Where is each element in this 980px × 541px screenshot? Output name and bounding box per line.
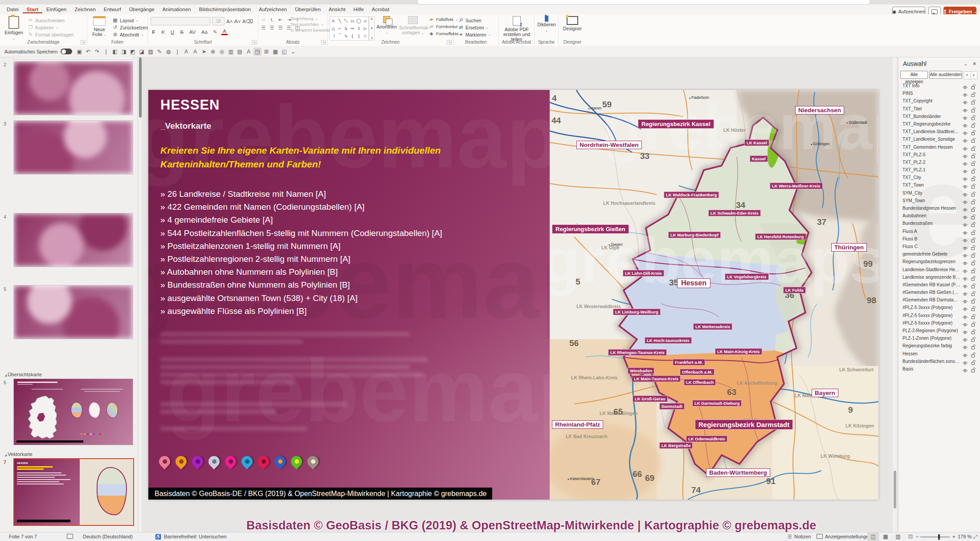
copy-button[interactable]: ❐Kopieren <box>28 24 74 30</box>
layout-button[interactable]: ▦Layout <box>112 17 148 23</box>
font-name-input[interactable] <box>151 17 210 25</box>
notes-toggle[interactable]: Notizen <box>794 534 811 539</box>
slide-thumbnail-6[interactable] <box>13 378 133 445</box>
grow-font-button[interactable]: A˄ <box>226 19 233 24</box>
align-left-icon[interactable]: ☰ <box>261 25 266 31</box>
qat-icon[interactable]: ▣ <box>75 48 83 56</box>
zoom-out-button[interactable]: − <box>916 534 919 539</box>
shrink-font-button[interactable]: A˅ <box>234 19 241 24</box>
qat-icon[interactable]: ▤ <box>236 48 244 56</box>
menu-tab[interactable]: Entwurf <box>100 5 125 13</box>
shape-glyph[interactable]: ⌐ <box>339 26 341 31</box>
shape-glyph[interactable]: A <box>332 18 335 23</box>
layer-row[interactable]: Regierungsbezirke farbig <box>898 342 980 350</box>
zoom-slider[interactable] <box>920 537 950 537</box>
canvas-scrollbar-thumb[interactable] <box>894 471 896 508</box>
layer-row[interactable]: Fluss B <box>898 236 980 243</box>
qat-icon[interactable]: ◱ <box>280 48 288 56</box>
layer-row[interactable]: PLZ-1-Zonen (Polygone) <box>898 335 980 342</box>
qat-icon[interactable]: ⌄ <box>289 48 297 56</box>
quick-styles-button[interactable]: Schnellformat- vorlagen <box>399 16 427 36</box>
accessibility-status[interactable]: Barrierefreiheit: Untersuchen <box>164 534 227 539</box>
dictate-button[interactable]: Diktieren <box>536 16 557 33</box>
slide-canvas[interactable]: grebemaps.de grebemaps.de grebemaps.de H… <box>142 57 893 532</box>
shape-glyph[interactable]: ↳ <box>344 26 348 31</box>
menu-tab[interactable]: Ansicht <box>325 5 350 13</box>
section-header-uebersichtskarte[interactable]: Übersichtskarte <box>4 372 42 377</box>
shape-glyph[interactable]: △ <box>332 26 335 31</box>
char-spacing-button[interactable]: AV <box>188 29 197 35</box>
text-highlight-button[interactable]: ✎ <box>212 29 218 35</box>
menu-tab[interactable]: Übergänge <box>125 5 159 13</box>
slide-7[interactable]: grebemaps.de grebemaps.de grebemaps.de H… <box>148 90 878 500</box>
layer-row[interactable]: TXT_Bundesländer <box>898 113 980 121</box>
shapes-gallery-scroll[interactable]: ▲▼⊽ <box>369 16 375 41</box>
slide-thumbnail-5[interactable] <box>13 285 133 339</box>
shape-glyph[interactable]: ⇩ <box>357 26 361 31</box>
slide-thumbnail-7-selected[interactable]: HESSEN <box>13 458 134 526</box>
layer-row[interactable]: #PLZ-5 5xxxx (Polygone) <box>898 312 980 320</box>
slide-title[interactable]: HESSEN <box>160 97 220 113</box>
shape-glyph[interactable]: ◯ <box>356 18 361 23</box>
qat-icon[interactable]: ↶ <box>84 48 92 56</box>
layer-row[interactable]: PLZ-2-Regionen (Polygone) <box>898 327 980 335</box>
qat-icon[interactable]: ◎ <box>218 48 226 56</box>
zoom-slider-thumb[interactable] <box>938 534 940 540</box>
font-size-input[interactable]: 18 <box>212 17 225 25</box>
layer-row[interactable]: TXT_Town <box>898 182 980 189</box>
qat-icon[interactable]: ◧ <box>111 48 119 56</box>
menu-tab[interactable]: Start <box>23 5 42 13</box>
display-settings-toggle[interactable]: Anzeigeeinstellungen <box>825 534 872 539</box>
new-slide-button[interactable]: Neue Folie <box>89 16 110 37</box>
reading-view-button[interactable]: ▥ <box>892 533 904 541</box>
change-case-button[interactable]: Aa <box>200 29 209 35</box>
menu-tab[interactable]: Aufzeichnen <box>255 5 291 13</box>
italic-button[interactable]: K <box>160 29 166 35</box>
layer-row[interactable]: Landkreise angrenzende BL (P... <box>898 274 980 281</box>
format-painter-button[interactable]: ✎Format übertragen <box>28 32 74 37</box>
slide-tagline[interactable]: Kreieren Sie Ihre eigene Karten-Variante… <box>160 143 499 171</box>
menu-tab[interactable]: Überprüfen <box>291 5 325 13</box>
paste-button[interactable]: Einfügen <box>4 16 24 41</box>
qat-icon[interactable]: ➤ <box>200 48 208 56</box>
layer-row[interactable]: Landkreise-Stadtkreise Hessen... <box>898 266 980 274</box>
slide-subtitle[interactable]: _Vektorkarte <box>160 121 211 131</box>
section-button[interactable]: ≣Abschnitt <box>112 32 148 37</box>
layer-row[interactable]: Autobahnen <box>898 212 980 220</box>
section-header-vektorkarte[interactable]: Vektorkarte <box>4 452 33 457</box>
bullets-icon[interactable]: ⁙ <box>261 17 266 24</box>
menu-tab[interactable]: Bildschirmpräsentation <box>195 5 255 13</box>
shape-glyph[interactable]: ☽ <box>331 33 335 38</box>
menu-tab[interactable]: Einfügen <box>42 5 70 13</box>
select-button[interactable]: ➤Markieren <box>458 32 491 37</box>
layer-row[interactable]: Bundesstraßen <box>898 220 980 228</box>
reset-button[interactable]: ↺Zurücksetzen <box>112 24 148 30</box>
fit-to-window-button[interactable]: ⤢ <box>973 534 977 540</box>
indent-less-icon[interactable]: ⇤ <box>278 17 283 24</box>
autosave-toggle[interactable] <box>61 49 72 54</box>
shape-glyph[interactable]: ∿ <box>344 33 348 38</box>
layer-row[interactable]: #Gemeinden RB Gießen (Poly... <box>898 289 980 297</box>
underline-button[interactable]: U <box>169 29 176 35</box>
shape-glyph[interactable]: ▭ <box>351 18 355 23</box>
clear-format-button[interactable]: A⌫ <box>242 18 249 24</box>
qat-icon[interactable]: ◨ <box>120 48 128 56</box>
designer-button[interactable]: Designer <box>562 16 583 31</box>
shape-glyph[interactable]: ☆ <box>363 33 368 38</box>
close-pane-button[interactable]: ✕ <box>972 61 976 67</box>
find-button[interactable]: ⚲Suchen <box>458 17 491 23</box>
shape-glyph[interactable]: { <box>352 33 353 38</box>
display-settings-icon2[interactable] <box>817 534 823 539</box>
qat-icon[interactable]: ▥ <box>227 48 235 56</box>
qat-icon[interactable]: ◍ <box>164 48 172 56</box>
normal-view-button[interactable]: ◫ <box>867 533 879 541</box>
layer-row[interactable]: SYM_Town <box>898 197 980 205</box>
layer-row[interactable]: SYM_City <box>898 190 980 197</box>
cut-button[interactable]: ✂Ausschneiden <box>28 17 74 23</box>
layer-row[interactable]: Fluss A <box>898 228 980 236</box>
shape-glyph[interactable]: ⤡ <box>344 18 348 24</box>
layer-row[interactable]: TXT_Landkreise-Stadtkreise H... <box>898 128 980 136</box>
slide-thumbnail-2[interactable] <box>13 61 133 115</box>
hide-all-button[interactable]: Alle ausblenden <box>929 71 962 79</box>
display-settings-icon[interactable] <box>67 534 73 539</box>
